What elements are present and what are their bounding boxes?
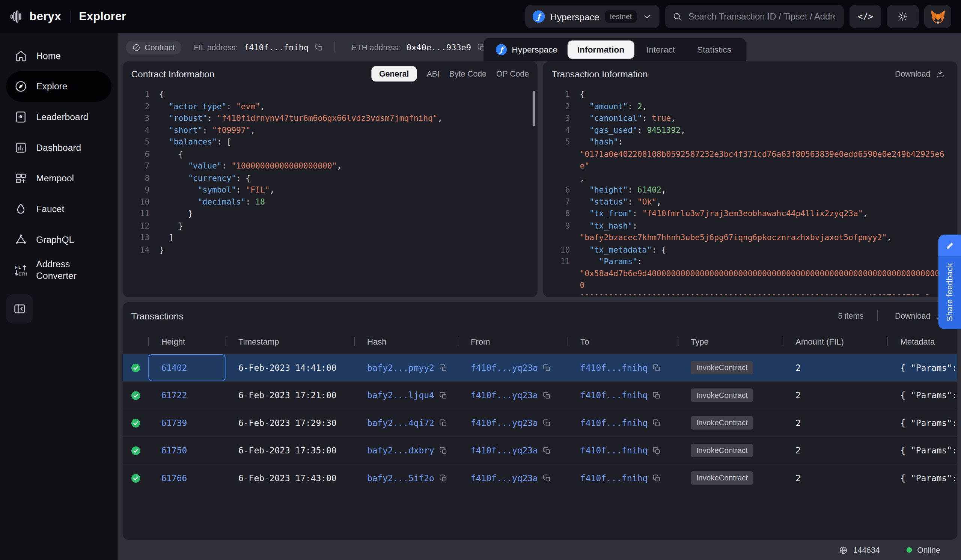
height-link[interactable]: 61739 [161, 418, 187, 427]
copy-icon[interactable] [439, 474, 447, 482]
copy-icon[interactable] [439, 364, 447, 372]
hash-link[interactable]: bafy2...ljqu4 [367, 390, 434, 400]
copy-icon[interactable] [543, 474, 551, 482]
height-cell[interactable]: 61402 [148, 354, 226, 381]
copy-icon[interactable] [543, 391, 551, 399]
sidebar-collapse-button[interactable] [6, 294, 33, 324]
sidebar-item-mempool[interactable]: Mempool [6, 163, 111, 194]
tab-abi[interactable]: ABI [426, 69, 439, 78]
hash-cell[interactable]: bafy2...pmyy2 [354, 354, 458, 381]
hash-link[interactable]: bafy2...pmyy2 [367, 363, 434, 373]
to-cell[interactable]: f410f...fnihq [567, 354, 678, 381]
copy-icon[interactable] [543, 364, 551, 372]
network-selector[interactable]: ƒ Hyperspace testnet [525, 5, 660, 28]
to-cell[interactable]: f410f...fnihq [567, 437, 678, 464]
height-cell[interactable]: 61766 [148, 465, 226, 492]
copy-icon[interactable] [439, 446, 447, 454]
theme-toggle-button[interactable] [887, 5, 919, 28]
contract-json-viewer[interactable]: 1{2 "actor_type": "evm",3 "robust": "f41… [123, 86, 538, 295]
metamask-button[interactable] [924, 5, 951, 28]
copy-icon[interactable] [652, 364, 660, 372]
from-cell[interactable]: f410f...yq23a [458, 465, 567, 492]
transaction-row[interactable]: 617506-Feb-2023 17:35:00bafy2...dxbryf41… [123, 436, 958, 464]
copy-icon[interactable] [543, 419, 551, 427]
sidebar-item-dashboard[interactable]: Dashboard [6, 133, 111, 163]
from-cell[interactable]: f410f...yq23a [458, 437, 567, 464]
success-check-icon [131, 473, 141, 483]
height-link[interactable]: 61722 [161, 390, 187, 400]
height-cell[interactable]: 61750 [148, 437, 226, 464]
line-content: "short": "f09997", [159, 124, 537, 136]
transactions-header: Transactions 5 items Download [123, 302, 958, 329]
from-link[interactable]: f410f...yq23a [471, 390, 538, 400]
tab-interact[interactable]: Interact [637, 40, 685, 59]
hash-cell[interactable]: bafy2...4qi72 [354, 409, 458, 436]
from-cell[interactable]: f410f...yq23a [458, 409, 567, 436]
height-link[interactable]: 61750 [161, 446, 187, 455]
height-cell[interactable]: 61722 [148, 382, 226, 409]
from-link[interactable]: f410f...yq23a [471, 446, 538, 455]
tab-information[interactable]: Information [567, 40, 634, 59]
timestamp-cell: 6-Feb-2023 17:35:00 [226, 437, 354, 464]
copy-icon[interactable] [652, 391, 660, 399]
from-link[interactable]: f410f...yq23a [471, 473, 538, 483]
height-link[interactable]: 61766 [161, 473, 187, 483]
line-number: 6 [543, 184, 580, 196]
to-cell[interactable]: f410f...fnihq [567, 409, 678, 436]
to-link[interactable]: f410f...fnihq [580, 418, 648, 427]
from-cell[interactable]: f410f...yq23a [458, 354, 567, 381]
hash-cell[interactable]: bafy2...ljqu4 [354, 382, 458, 409]
to-link[interactable]: f410f...fnihq [580, 446, 648, 455]
sidebar-item-label: Dashboard [36, 142, 81, 154]
sidebar-item-address-converter[interactable]: FIL ETH Address Converter [6, 255, 111, 286]
hash-cell[interactable]: bafy2...dxbry [354, 437, 458, 464]
transaction-row[interactable]: 617666-Feb-2023 17:43:00bafy2...5if2of41… [123, 464, 958, 491]
line-number: 13 [123, 231, 159, 244]
to-link[interactable]: f410f...fnihq [580, 390, 648, 400]
tab-statistics[interactable]: Statistics [687, 40, 741, 59]
tab-general[interactable]: General [371, 66, 417, 82]
copy-icon[interactable] [543, 446, 551, 454]
to-cell[interactable]: f410f...fnihq [567, 382, 678, 409]
sidebar-item-faucet[interactable]: Faucet [6, 194, 111, 225]
copy-icon[interactable] [652, 419, 660, 427]
line-content: "0x58a4d7b6e9d40000000000000000000000000… [580, 268, 957, 292]
copy-fil-address-button[interactable] [315, 43, 323, 51]
from-link[interactable]: f410f...yq23a [471, 418, 538, 427]
copy-icon[interactable] [439, 391, 447, 399]
from-cell[interactable]: f410f...yq23a [458, 382, 567, 409]
search-input[interactable] [687, 11, 836, 22]
copy-icon[interactable] [652, 474, 660, 482]
copy-icon[interactable] [439, 419, 447, 427]
transaction-row[interactable]: 614026-Feb-2023 14:41:00bafy2...pmyy2f41… [123, 353, 958, 381]
scrollbar-thumb[interactable] [533, 91, 535, 127]
hash-link[interactable]: bafy2...5if2o [367, 473, 434, 483]
to-link[interactable]: f410f...fnihq [580, 473, 648, 483]
line-content: "value": "10000000000000000000", [159, 160, 537, 172]
global-search[interactable] [665, 5, 844, 28]
hash-link[interactable]: bafy2...dxbry [367, 446, 434, 455]
line-content: "currency": { [159, 172, 537, 184]
to-cell[interactable]: f410f...fnihq [567, 465, 678, 492]
sidebar-item-home[interactable]: Home [6, 40, 111, 71]
line-number: 7 [543, 196, 580, 208]
sidebar-item-graphql[interactable]: GraphQL [6, 225, 111, 255]
transaction-row[interactable]: 617226-Feb-2023 17:21:00bafy2...ljqu4f41… [123, 381, 958, 409]
to-link[interactable]: f410f...fnihq [580, 363, 648, 373]
transaction-json-viewer[interactable]: 1{2 "amount": 2,3 "canonical": true,4 "g… [543, 86, 958, 295]
from-link[interactable]: f410f...yq23a [471, 363, 538, 373]
transaction-row[interactable]: 617396-Feb-2023 17:29:30bafy2...4qi72f41… [123, 409, 958, 436]
sidebar-item-explore[interactable]: Explore [6, 71, 111, 102]
share-feedback-button[interactable]: Share feedback [939, 234, 961, 329]
hash-link[interactable]: bafy2...4qi72 [367, 418, 434, 427]
hash-cell[interactable]: bafy2...5if2o [354, 465, 458, 492]
height-link[interactable]: 61402 [161, 363, 187, 373]
download-transaction-button[interactable]: Download [891, 68, 949, 79]
sidebar-item-leaderboard[interactable]: Leaderboard [6, 102, 111, 133]
height-cell[interactable]: 61739 [148, 409, 226, 436]
tab-byte-code[interactable]: Byte Code [449, 69, 487, 78]
code-line: 10 "tx_metadata": { [543, 244, 958, 256]
tab-op-code[interactable]: OP Code [496, 69, 529, 78]
copy-icon[interactable] [652, 446, 660, 454]
code-console-button[interactable]: </> [850, 5, 881, 28]
